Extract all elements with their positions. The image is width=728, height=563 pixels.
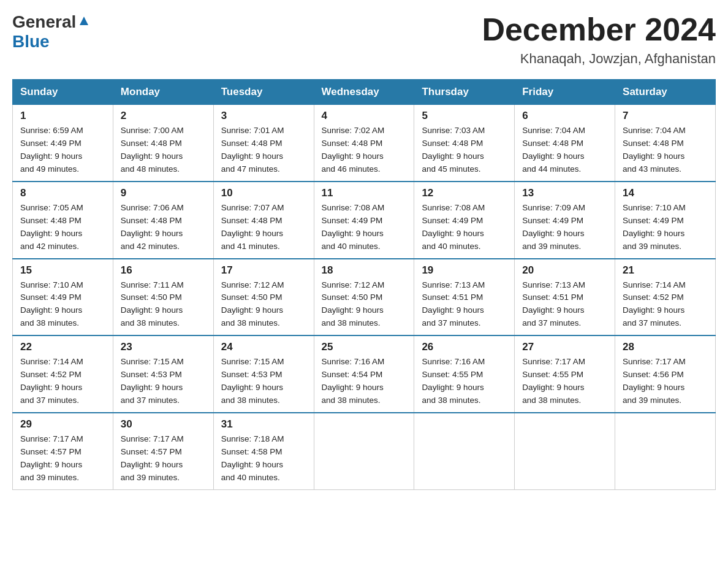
day-cell: 12 Sunrise: 7:08 AM Sunset: 4:49 PM Dayl…: [414, 182, 515, 259]
day-number: 6: [522, 110, 607, 122]
day-info: Sunrise: 7:06 AM Sunset: 4:48 PM Dayligh…: [121, 202, 206, 253]
logo-blue: Blue: [12, 32, 50, 52]
day-number: 4: [322, 110, 407, 122]
day-info: Sunrise: 7:10 AM Sunset: 4:49 PM Dayligh…: [623, 202, 708, 253]
day-cell: 14 Sunrise: 7:10 AM Sunset: 4:49 PM Dayl…: [615, 182, 716, 259]
day-info: Sunrise: 7:16 AM Sunset: 4:55 PM Dayligh…: [422, 356, 507, 407]
day-cell: [314, 413, 414, 489]
day-info: Sunrise: 7:14 AM Sunset: 4:52 PM Dayligh…: [623, 279, 708, 331]
day-info: Sunrise: 6:59 AM Sunset: 4:49 PM Dayligh…: [20, 124, 105, 176]
title-area: December 2024 Khanaqah, Jowzjan, Afghani…: [482, 12, 716, 67]
day-number: 16: [121, 264, 206, 277]
week-row-5: 29 Sunrise: 7:17 AM Sunset: 4:57 PM Dayl…: [13, 413, 716, 489]
day-cell: 28 Sunrise: 7:17 AM Sunset: 4:56 PM Dayl…: [615, 335, 716, 413]
week-row-2: 8 Sunrise: 7:05 AM Sunset: 4:48 PM Dayli…: [13, 182, 716, 259]
header-saturday: Saturday: [615, 80, 716, 105]
day-info: Sunrise: 7:11 AM Sunset: 4:50 PM Dayligh…: [121, 279, 206, 331]
day-info: Sunrise: 7:09 AM Sunset: 4:49 PM Dayligh…: [522, 202, 607, 253]
logo-general: General: [12, 12, 76, 32]
day-cell: 10 Sunrise: 7:07 AM Sunset: 4:48 PM Dayl…: [213, 182, 314, 259]
day-cell: 8 Sunrise: 7:05 AM Sunset: 4:48 PM Dayli…: [13, 182, 113, 259]
day-cell: 29 Sunrise: 7:17 AM Sunset: 4:57 PM Dayl…: [13, 413, 113, 489]
day-number: 17: [221, 264, 306, 277]
day-info: Sunrise: 7:12 AM Sunset: 4:50 PM Dayligh…: [322, 279, 407, 331]
day-number: 31: [221, 418, 306, 431]
day-cell: 15 Sunrise: 7:10 AM Sunset: 4:49 PM Dayl…: [13, 259, 113, 336]
day-number: 25: [322, 341, 407, 353]
day-cell: 26 Sunrise: 7:16 AM Sunset: 4:55 PM Dayl…: [414, 335, 515, 413]
day-number: 3: [221, 110, 306, 122]
day-info: Sunrise: 7:13 AM Sunset: 4:51 PM Dayligh…: [522, 279, 607, 331]
day-cell: 3 Sunrise: 7:01 AM Sunset: 4:48 PM Dayli…: [213, 105, 314, 182]
day-cell: 22 Sunrise: 7:14 AM Sunset: 4:52 PM Dayl…: [13, 335, 113, 413]
day-number: 18: [322, 264, 407, 277]
day-cell: 23 Sunrise: 7:15 AM Sunset: 4:53 PM Dayl…: [113, 335, 213, 413]
logo: General Blue: [12, 12, 91, 52]
header-sunday: Sunday: [13, 80, 113, 105]
day-number: 2: [121, 110, 206, 122]
day-info: Sunrise: 7:00 AM Sunset: 4:48 PM Dayligh…: [121, 124, 206, 176]
header-monday: Monday: [113, 80, 213, 105]
day-info: Sunrise: 7:17 AM Sunset: 4:56 PM Dayligh…: [623, 356, 708, 407]
header-thursday: Thursday: [414, 80, 515, 105]
day-number: 14: [623, 187, 708, 199]
week-row-1: 1 Sunrise: 6:59 AM Sunset: 4:49 PM Dayli…: [13, 105, 716, 182]
day-number: 5: [422, 110, 507, 122]
header-friday: Friday: [515, 80, 615, 105]
day-info: Sunrise: 7:18 AM Sunset: 4:58 PM Dayligh…: [221, 433, 306, 484]
day-cell: [414, 413, 515, 489]
day-info: Sunrise: 7:07 AM Sunset: 4:48 PM Dayligh…: [221, 202, 306, 253]
day-info: Sunrise: 7:02 AM Sunset: 4:48 PM Dayligh…: [322, 124, 407, 176]
week-row-3: 15 Sunrise: 7:10 AM Sunset: 4:49 PM Dayl…: [13, 259, 716, 336]
day-number: 30: [121, 418, 206, 431]
day-info: Sunrise: 7:16 AM Sunset: 4:54 PM Dayligh…: [322, 356, 407, 407]
day-info: Sunrise: 7:04 AM Sunset: 4:48 PM Dayligh…: [522, 124, 607, 176]
day-cell: 13 Sunrise: 7:09 AM Sunset: 4:49 PM Dayl…: [515, 182, 615, 259]
week-row-4: 22 Sunrise: 7:14 AM Sunset: 4:52 PM Dayl…: [13, 335, 716, 413]
day-cell: [615, 413, 716, 489]
day-cell: 7 Sunrise: 7:04 AM Sunset: 4:48 PM Dayli…: [615, 105, 716, 182]
day-cell: 19 Sunrise: 7:13 AM Sunset: 4:51 PM Dayl…: [414, 259, 515, 336]
svg-marker-0: [80, 17, 88, 25]
day-cell: 17 Sunrise: 7:12 AM Sunset: 4:50 PM Dayl…: [213, 259, 314, 336]
day-number: 22: [20, 341, 105, 353]
day-number: 15: [20, 264, 105, 277]
day-cell: 2 Sunrise: 7:00 AM Sunset: 4:48 PM Dayli…: [113, 105, 213, 182]
day-number: 29: [20, 418, 105, 431]
day-cell: 16 Sunrise: 7:11 AM Sunset: 4:50 PM Dayl…: [113, 259, 213, 336]
day-cell: 20 Sunrise: 7:13 AM Sunset: 4:51 PM Dayl…: [515, 259, 615, 336]
header-wednesday: Wednesday: [314, 80, 414, 105]
day-number: 7: [623, 110, 708, 122]
day-info: Sunrise: 7:15 AM Sunset: 4:53 PM Dayligh…: [221, 356, 306, 407]
day-cell: 30 Sunrise: 7:17 AM Sunset: 4:57 PM Dayl…: [113, 413, 213, 489]
day-info: Sunrise: 7:17 AM Sunset: 4:57 PM Dayligh…: [20, 433, 105, 484]
day-info: Sunrise: 7:10 AM Sunset: 4:49 PM Dayligh…: [20, 279, 105, 331]
weekday-header-row: Sunday Monday Tuesday Wednesday Thursday…: [13, 80, 716, 105]
day-number: 19: [422, 264, 507, 277]
day-number: 24: [221, 341, 306, 353]
day-info: Sunrise: 7:01 AM Sunset: 4:48 PM Dayligh…: [221, 124, 306, 176]
day-number: 23: [121, 341, 206, 353]
day-cell: 24 Sunrise: 7:15 AM Sunset: 4:53 PM Dayl…: [213, 335, 314, 413]
day-info: Sunrise: 7:05 AM Sunset: 4:48 PM Dayligh…: [20, 202, 105, 253]
day-cell: 21 Sunrise: 7:14 AM Sunset: 4:52 PM Dayl…: [615, 259, 716, 336]
day-info: Sunrise: 7:15 AM Sunset: 4:53 PM Dayligh…: [121, 356, 206, 407]
logo-triangle-icon: [77, 14, 91, 28]
day-info: Sunrise: 7:12 AM Sunset: 4:50 PM Dayligh…: [221, 279, 306, 331]
day-number: 13: [522, 187, 607, 199]
day-cell: 18 Sunrise: 7:12 AM Sunset: 4:50 PM Dayl…: [314, 259, 414, 336]
day-info: Sunrise: 7:17 AM Sunset: 4:57 PM Dayligh…: [121, 433, 206, 484]
day-cell: 6 Sunrise: 7:04 AM Sunset: 4:48 PM Dayli…: [515, 105, 615, 182]
day-cell: 27 Sunrise: 7:17 AM Sunset: 4:55 PM Dayl…: [515, 335, 615, 413]
day-cell: [515, 413, 615, 489]
day-info: Sunrise: 7:13 AM Sunset: 4:51 PM Dayligh…: [422, 279, 507, 331]
day-number: 8: [20, 187, 105, 199]
day-number: 20: [522, 264, 607, 277]
day-info: Sunrise: 7:17 AM Sunset: 4:55 PM Dayligh…: [522, 356, 607, 407]
month-title: December 2024: [482, 12, 716, 47]
day-number: 10: [221, 187, 306, 199]
day-number: 28: [623, 341, 708, 353]
header-tuesday: Tuesday: [213, 80, 314, 105]
day-info: Sunrise: 7:08 AM Sunset: 4:49 PM Dayligh…: [422, 202, 507, 253]
day-cell: 5 Sunrise: 7:03 AM Sunset: 4:48 PM Dayli…: [414, 105, 515, 182]
